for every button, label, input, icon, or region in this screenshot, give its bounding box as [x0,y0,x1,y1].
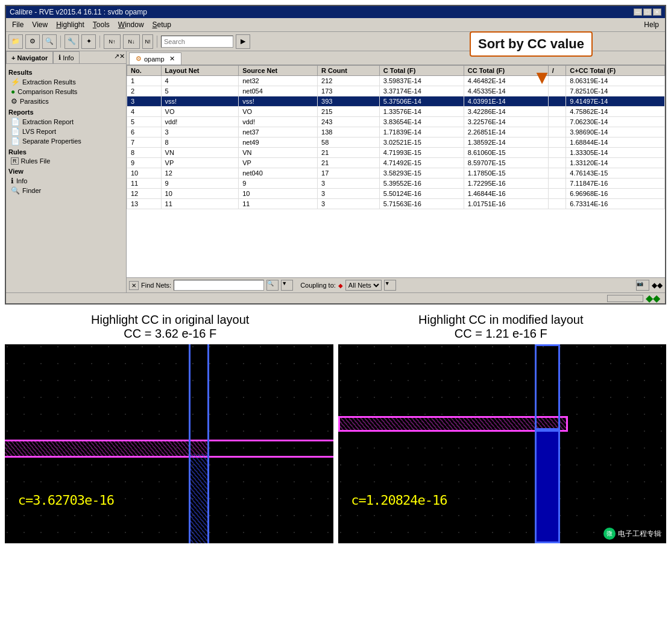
table-cell: 11 [239,199,318,209]
col-cpcc-total: C+CC Total (F) [566,66,665,76]
table-row[interactable]: 14net322123.59837E-144.46482E-148.06319E… [127,76,665,86]
minimize-button[interactable]: ─ [634,8,642,16]
table-cell: 6.96968E-16 [566,189,665,199]
table-cell: VO [161,107,239,117]
table-row[interactable]: 63net371381.71839E-142.26851E-143.98690E… [127,127,665,137]
view-info-icon: ℹ [11,177,14,185]
tab-opamp-close[interactable]: ✕ [169,55,175,63]
search-input[interactable] [161,36,233,48]
table-cell: 3.98690E-14 [566,127,665,137]
table-row[interactable]: 119935.39552E-161.72295E-167.11847E-16 [127,178,665,189]
find-dropdown-btn[interactable]: ▼ [281,280,293,291]
watermark-icon-text: 微 [606,529,613,538]
watermark-text: 电子工程专辑 [618,529,661,539]
callout-text: Sort by CC value [478,36,584,51]
open-button[interactable]: 📁 [8,34,23,49]
menu-highlight[interactable]: Highlight [52,19,88,30]
settings-button[interactable]: ⚙ [25,34,40,49]
table-cell: 3.37174E-14 [379,86,464,96]
find-input[interactable] [174,280,264,291]
menu-file[interactable]: File [8,19,27,30]
menu-tools[interactable]: Tools [89,19,113,30]
maximize-button[interactable]: □ [643,8,652,16]
diamond-icon: ◆ [338,282,343,289]
table-cell: 8 [127,148,162,158]
table-cell: 4.75862E-14 [566,107,665,117]
close-button[interactable]: ✕ [653,8,661,16]
section-results: Results [8,69,124,76]
table-cell: 13 [127,199,162,209]
nav-label-finder: Finder [22,187,41,194]
table-row[interactable]: 4VOVO2151.33576E-143.42286E-144.75862E-1… [127,107,665,117]
find-close-btn[interactable]: ✕ [129,281,139,290]
table-cell [548,96,566,107]
window-title: Calibre - RVE v2015.4 16.11 : svdb opamp [10,8,147,16]
menu-window[interactable]: Window [115,19,148,30]
col-r-count: R Count [318,66,380,76]
nav-button-3[interactable]: N! [142,34,153,49]
nav-label-lvsrep: LVS Report [22,128,56,135]
table-row[interactable]: 78net49583.02521E-151.38592E-141.68844E-… [127,137,665,148]
col-source-net: Source Net [239,66,318,76]
table-cell: 9.41497E-14 [566,96,665,107]
nav-item-extraction-results[interactable]: ⚡ Extraction Results [8,77,124,87]
table-row[interactable]: 8VNVN214.71993E-158.61060E-151.33305E-14 [127,148,665,158]
table-row[interactable]: 25net0541733.37174E-144.45335E-147.82510… [127,86,665,96]
coupling-select[interactable]: All Nets [345,280,382,291]
table-cell: 7.11847E-16 [566,178,665,189]
highlight-button[interactable]: ✦ [81,34,96,49]
layout-labels: Highlight CC in original layout CC = 3.6… [5,309,666,344]
bottom-section: Highlight CC in original layout CC = 3.6… [5,309,666,543]
tab-opamp-label: opamp [144,55,165,63]
nav-button-2[interactable]: N↓ [123,34,140,49]
table-row[interactable]: 12101035.50124E-161.46844E-166.96968E-16 [127,189,665,199]
table-row[interactable]: 9VPVP214.71492E-158.59707E-151.33120E-14 [127,158,665,168]
tab-navigator[interactable]: + Navigator [6,51,53,63]
tab-opamp[interactable]: ⚙ opamp ✕ [129,52,181,65]
table-cell [548,168,566,178]
nav-item-rules-file[interactable]: R Rules File [8,157,124,165]
table-cell [548,107,566,117]
float-button[interactable]: ↗✕ [113,51,126,63]
nav-item-lvs-report[interactable]: 📄 LVS Report [8,127,124,136]
nav-item-info[interactable]: ℹ Info [8,176,124,186]
table-cell: 5.71563E-16 [379,199,464,209]
nav-item-extraction-report[interactable]: 📄 Extraction Report [8,117,124,127]
table-row[interactable]: 3vss!vss!3935.37506E-144.03991E-149.4149… [127,96,665,107]
table-cell: 173 [318,86,380,96]
table-cell: vss! [161,96,239,107]
tab-info[interactable]: ℹ Info [53,51,79,63]
table-cell: 10 [127,168,162,178]
table-row[interactable]: 5vdd!vdd!2433.83654E-143.22576E-147.0623… [127,117,665,127]
table-cell: VN [161,148,239,158]
table-header-row: No. Layout Net Source Net R Count C Tota… [127,66,665,76]
nav-item-comparison-results[interactable]: ● Comparison Results [8,87,124,96]
section-view: View [8,168,124,175]
table-row[interactable]: 13111135.71563E-161.01751E-166.73314E-16 [127,199,665,209]
nav-item-finder[interactable]: 🔍 Finder [8,186,124,195]
parasitics-icon: ⚙ [11,97,17,106]
screenshot-btn[interactable]: 📷 [636,280,649,291]
coupling-btn[interactable]: ▼ [384,280,396,291]
zoom-button[interactable]: 🔍 [42,34,57,49]
table-row[interactable]: 1012net040173.58293E-151.17850E-154.7614… [127,168,665,178]
table-cell [548,117,566,127]
table-cell: 9 [127,158,162,168]
menu-help[interactable]: Help [640,19,663,30]
nav-label-info: Info [16,177,27,185]
nav-item-parasitics[interactable]: ⚙ Parasitics [8,96,124,106]
nav-item-separate-props[interactable]: 📄 Separate Properties [8,136,124,146]
table-cell: 6.73314E-16 [566,199,665,209]
filter-button[interactable]: 🔧 [65,34,79,49]
table-cell: 17 [318,168,380,178]
menu-setup[interactable]: Setup [149,19,175,30]
table-cell: VP [239,158,318,168]
modified-layout-canvas: c=1.20824e-16 微 电子工程专辑 [338,344,667,543]
table-cell: 58 [318,137,380,148]
search-go-button[interactable]: ▶ [236,34,250,49]
extraction-icon: ⚡ [11,78,20,86]
menu-view[interactable]: View [28,19,51,30]
find-go-btn[interactable]: 🔍 [266,280,279,291]
sep-props-icon: 📄 [11,137,20,145]
nav-button-1[interactable]: N↑ [104,34,121,49]
